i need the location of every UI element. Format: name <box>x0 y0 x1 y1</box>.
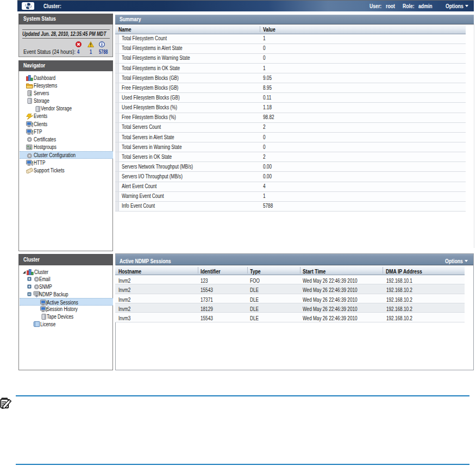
svg-text:hp: hp <box>26 4 30 8</box>
